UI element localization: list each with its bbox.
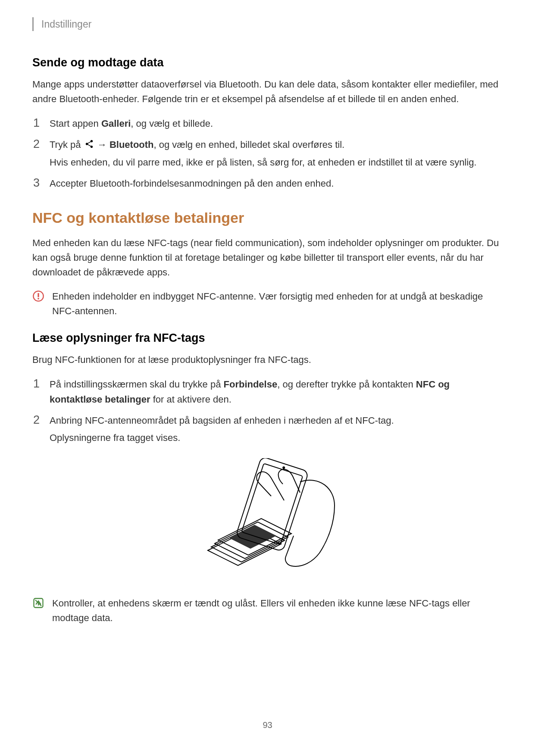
note-icon [32,597,44,609]
page-number: 93 [0,720,535,730]
bluetooth-label: Bluetooth [110,139,154,150]
warning-text: Enheden indeholder en indbygget NFC-ante… [52,289,503,319]
step-1-text: Start appen Galleri, og vælg et billede. [50,116,503,131]
nfc-steps: 1 På indstillingsskærmen skal du trykke … [32,377,503,445]
share-icon [84,138,94,153]
svg-point-2 [38,298,39,300]
nfc-step-1: 1 På indstillingsskærmen skal du trykke … [32,377,503,407]
text: På indstillingsskærmen skal du trykke på [50,379,224,390]
nfc-illustration [32,458,503,579]
section2-intro: Med enheden kan du læse NFC-tags (near f… [32,236,503,280]
text: for at aktivere den. [150,394,232,405]
section-read-nfc-title: Læse oplysninger fra NFC-tags [32,331,503,345]
section-nfc-title: NFC og kontaktløse betalinger [32,209,503,226]
step-number: 1 [32,116,50,130]
note-callout: Kontroller, at enhedens skærm er tændt o… [32,596,503,625]
text: , og vælg en enhed, billedet skal overfø… [154,139,345,150]
warning-callout: Enheden indeholder en indbygget NFC-ante… [32,289,503,319]
nfc-step-1-text: På indstillingsskærmen skal du trykke på… [50,377,503,407]
step-1: 1 Start appen Galleri, og vælg et billed… [32,116,503,131]
step-number: 3 [32,176,50,190]
page-header: Indstillinger [32,17,503,31]
step-3-text: Accepter Bluetooth-forbindelsesanmodning… [50,176,503,191]
header-title: Indstillinger [41,19,91,30]
app-name-galleri: Galleri [101,118,131,129]
text: Start appen [50,118,101,129]
nfc-step-2: 2 Anbring NFC-antenneområdet på bagsiden… [32,413,503,445]
section-send-receive-title: Sende og modtage data [32,56,503,69]
header-accent-bar [32,17,34,31]
step-number: 1 [32,377,50,390]
svg-point-5 [282,466,285,469]
section3-intro: Brug NFC-funktionen for at læse produkto… [32,353,503,367]
step-3: 3 Accepter Bluetooth-forbindelsesanmodni… [32,176,503,191]
step-number: 2 [32,137,50,151]
text: , og vælg et billede. [131,118,213,129]
nfc-step-2-text: Anbring NFC-antenneområdet på bagsiden a… [50,413,503,445]
svg-rect-1 [38,293,39,297]
step-2-text: Tryk på → Bluetooth, og vælg en enhed, b… [50,137,503,170]
text: , og derefter trykke på kontakten [277,379,416,390]
text: Tryk på [50,139,84,150]
step-number: 2 [32,413,50,427]
section1-intro: Mange apps understøtter dataoverførsel v… [32,77,503,106]
forbindelse-label: Forbindelse [224,379,278,390]
bluetooth-steps: 1 Start appen Galleri, og vælg et billed… [32,116,503,191]
arrow: → [95,139,110,150]
step-2: 2 Tryk på → Bluetooth, og vælg en enhed,… [32,137,503,170]
step-2-sub: Hvis enheden, du vil parre med, ikke er … [50,155,503,170]
note-text: Kontroller, at enhedens skærm er tændt o… [52,596,503,625]
warning-icon [32,290,44,302]
text: Anbring NFC-antenneområdet på bagsiden a… [50,415,394,426]
text: Oplysningerne fra tagget vises. [50,430,503,445]
